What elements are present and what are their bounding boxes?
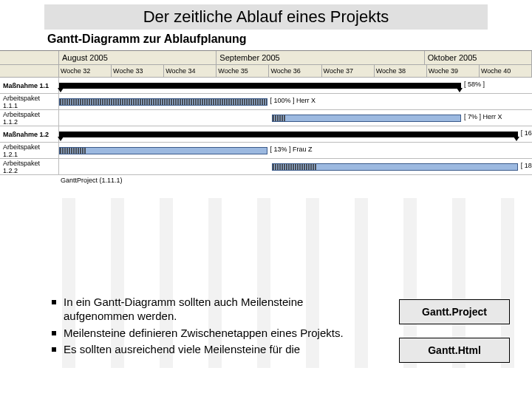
task-bar [272,163,518,171]
week-header: Woche 40 [480,65,532,77]
bar-caption: [ 58% ] [464,81,485,88]
task-bar-area: [ 100% ] Herr X [59,94,532,109]
task-label: Arbeitspaket 1.1.2 [0,110,59,126]
task-bar-area: [ 18% ] Fra [59,159,532,174]
task-bar [272,115,461,122]
external-link-button[interactable]: Gantt.Html [399,338,510,363]
task-bar [59,98,267,106]
summary-bar [59,132,518,137]
bullet-list: In ein Gantt-Diagramm sollten auch Meile… [52,296,377,360]
bullet-item: Es sollten ausreichend viele Meilenstein… [52,343,377,357]
external-link-button[interactable]: Gantt.Project [399,299,510,324]
week-header: Woche 37 [322,65,375,77]
gantt-row: Arbeitspaket 1.1.2[ 7% ] Herr X [0,110,532,126]
bullet-item: Meilensteine definieren Zwischenetappen … [52,327,377,341]
week-header: Woche 39 [427,65,480,77]
gantt-chart: August 2005September 2005Oktober 2005 Wo… [0,50,532,175]
gantt-row: Arbeitspaket 1.2.1[ 13% ] Frau Z [0,143,532,159]
gantt-row: Arbeitspaket 1.2.2[ 18% ] Fra [0,159,532,175]
week-header: Woche 38 [375,65,427,77]
week-header: Woche 36 [269,65,321,77]
bar-caption: [ 100% ] Herr X [270,97,316,104]
gantt-footer: GanttProject (1.11.1) [0,175,532,184]
week-header-row: Woche 32Woche 33Woche 34Woche 35Woche 36… [0,65,532,78]
task-bar-area: [ 7% ] Herr X [59,110,532,126]
task-label: Arbeitspaket 1.2.2 [0,159,59,174]
task-bar-area: [ 58% ] [59,78,532,93]
bar-caption: [ 7% ] Herr X [464,113,502,120]
week-header: Woche 32 [59,65,112,77]
gantt-row: Maßnahme 1.1[ 58% ] [0,78,532,94]
task-bar [59,147,267,154]
month-header: August 2005 [59,51,216,64]
bullet-item: In ein Gantt-Diagramm sollten auch Meile… [52,296,377,324]
task-bar-area: [ 13% ] Frau Z [59,143,532,158]
month-header-row: August 2005September 2005Oktober 2005 [0,51,532,65]
task-label: Arbeitspaket 1.2.1 [0,143,59,158]
task-bar-area: [ 16% ] [59,126,532,142]
gantt-row: Arbeitspaket 1.1.1[ 100% ] Herr X [0,94,532,110]
bar-caption: [ 13% ] Frau Z [270,146,313,153]
summary-bar [59,83,461,89]
week-header: Woche 35 [216,65,269,77]
bar-caption: [ 16% ] [521,129,532,137]
subtitle: Gantt-Diagramm zur Ablaufplanung [47,33,532,46]
task-label: Maßnahme 1.2 [0,126,59,142]
month-header: Oktober 2005 [425,51,532,64]
week-header: Woche 33 [112,65,164,77]
week-header: Woche 34 [164,65,216,77]
bar-caption: [ 18% ] Fra [521,162,532,169]
gantt-row: Maßnahme 1.2[ 16% ] [0,126,532,143]
month-header: September 2005 [216,51,424,64]
page-title: Der zeitliche Ablauf eines Projekts [44,4,488,30]
side-links: Gantt.ProjectGantt.Html [399,299,510,376]
task-label: Arbeitspaket 1.1.1 [0,94,59,109]
task-label: Maßnahme 1.1 [0,78,59,93]
